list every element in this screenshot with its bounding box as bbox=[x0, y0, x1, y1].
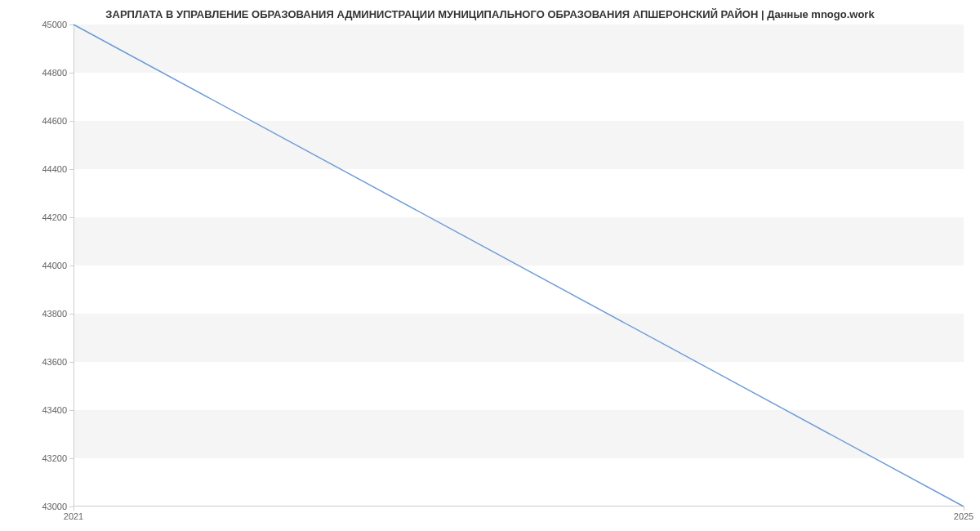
y-tick-label: 45000 bbox=[42, 20, 67, 29]
x-tick bbox=[74, 506, 74, 511]
y-tick-label: 43000 bbox=[42, 502, 67, 511]
y-tick-label: 44200 bbox=[42, 212, 67, 222]
plot-area: 4300043200434004360043800440004420044400… bbox=[74, 25, 964, 506]
y-tick bbox=[69, 314, 74, 315]
y-tick bbox=[69, 121, 74, 122]
y-tick bbox=[69, 217, 74, 218]
y-tick bbox=[69, 169, 74, 170]
y-tick bbox=[69, 73, 74, 74]
y-tick-label: 43600 bbox=[42, 357, 67, 367]
y-tick-label: 44600 bbox=[42, 116, 67, 126]
x-tick-label: 2025 bbox=[954, 511, 973, 521]
y-tick-label: 43800 bbox=[42, 309, 67, 319]
y-tick-label: 44400 bbox=[42, 164, 67, 174]
y-tick bbox=[69, 458, 74, 459]
chart-title: ЗАРПЛАТА В УПРАВЛЕНИЕ ОБРАЗОВАНИЯ АДМИНИ… bbox=[0, 0, 980, 25]
x-tick-label: 2021 bbox=[64, 511, 83, 521]
chart-container: ЗАРПЛАТА В УПРАВЛЕНИЕ ОБРАЗОВАНИЯ АДМИНИ… bbox=[0, 0, 980, 531]
y-tick bbox=[69, 362, 74, 363]
y-tick bbox=[69, 266, 74, 266]
chart-svg bbox=[74, 25, 964, 506]
data-line bbox=[74, 25, 964, 506]
y-tick bbox=[69, 25, 74, 25]
y-tick-label: 44000 bbox=[42, 261, 67, 270]
y-tick-label: 44800 bbox=[42, 68, 67, 78]
y-tick bbox=[69, 410, 74, 411]
y-tick-label: 43200 bbox=[42, 453, 67, 463]
x-tick bbox=[964, 506, 964, 511]
y-tick-label: 43400 bbox=[42, 405, 67, 415]
